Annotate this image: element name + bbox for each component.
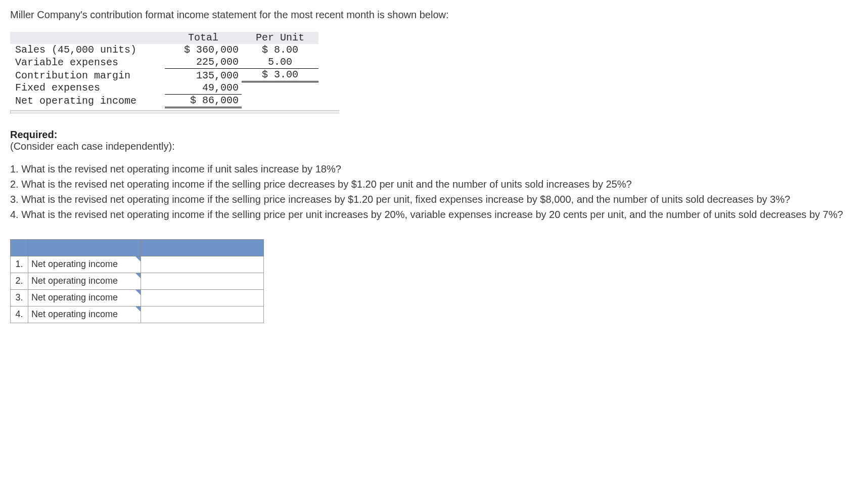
dropdown-corner-icon <box>135 307 141 312</box>
question-4: 4. What is the revised net operating inc… <box>10 207 858 222</box>
row-net-operating-income: Net operating income $ 86,000 <box>10 94 318 107</box>
answer-row-3: 3. Net operating income <box>11 289 264 306</box>
unit-fixed <box>242 82 318 95</box>
income-header-row: Total Per Unit <box>10 32 318 44</box>
answer-num-1: 1. <box>11 256 28 273</box>
required-subtitle: (Consider each case independently): <box>10 141 175 152</box>
answer-label-2: Net operating income <box>28 273 141 289</box>
answer-num-3: 3. <box>11 289 28 306</box>
row-fixed-expenses: Fixed expenses 49,000 <box>10 82 318 95</box>
answer-input-1[interactable] <box>141 256 264 273</box>
answer-row-1: 1. Net operating income <box>11 256 264 273</box>
total-sales: $ 360,000 <box>165 44 242 56</box>
question-1: 1. What is the revised net operating inc… <box>10 161 858 177</box>
answer-input-2[interactable] <box>141 273 264 289</box>
question-3: 3. What is the revised net operating inc… <box>10 192 858 207</box>
unit-cm: $ 3.00 <box>242 69 318 82</box>
unit-sales: $ 8.00 <box>242 44 318 56</box>
answer-label-4: Net operating income <box>28 306 141 323</box>
dropdown-corner-icon <box>135 256 141 261</box>
intro-text: Miller Company's contribution format inc… <box>10 9 858 21</box>
table-shadow-divider <box>10 110 339 114</box>
answer-table: 1. Net operating income 2. Net operating… <box>10 239 264 323</box>
row-sales: Sales (45,000 units) $ 360,000 $ 8.00 <box>10 44 318 56</box>
answer-label-1: Net operating income <box>28 256 141 273</box>
label-noi: Net operating income <box>10 94 165 107</box>
required-header: Required: (Consider each case independen… <box>10 129 858 152</box>
question-2: 2. What is the revised net operating inc… <box>10 177 858 192</box>
required-title: Required: <box>10 129 57 140</box>
total-cm: 135,000 <box>165 69 242 82</box>
answer-input-3[interactable] <box>141 289 264 306</box>
total-varexp: 225,000 <box>165 56 242 69</box>
dropdown-corner-icon <box>135 273 141 278</box>
answer-row-4: 4. Net operating income <box>11 306 264 323</box>
answer-header-blank-3 <box>141 239 264 256</box>
label-cm: Contribution margin <box>10 69 165 82</box>
questions-block: 1. What is the revised net operating inc… <box>10 161 858 222</box>
answer-num-4: 4. <box>11 306 28 323</box>
unit-noi <box>242 94 318 107</box>
total-fixed: 49,000 <box>165 82 242 95</box>
col-header-unit: Per Unit <box>242 32 318 44</box>
label-sales: Sales (45,000 units) <box>10 44 165 56</box>
answer-header-blank-2 <box>28 239 141 256</box>
answer-num-2: 2. <box>11 273 28 289</box>
answer-row-2: 2. Net operating income <box>11 273 264 289</box>
answer-header-blank-1 <box>11 239 28 256</box>
answer-input-4[interactable] <box>141 306 264 323</box>
income-statement-table: Total Per Unit Sales (45,000 units) $ 36… <box>10 32 318 108</box>
total-noi: $ 86,000 <box>165 94 242 107</box>
unit-varexp: 5.00 <box>242 56 318 69</box>
row-contribution-margin: Contribution margin 135,000 $ 3.00 <box>10 69 318 82</box>
row-variable-expenses: Variable expenses 225,000 5.00 <box>10 56 318 69</box>
label-fixed: Fixed expenses <box>10 82 165 95</box>
answer-label-3: Net operating income <box>28 289 141 306</box>
answreferred editable-header-row <box>11 239 264 256</box>
label-varexp: Variable expenses <box>10 56 165 69</box>
dropdown-corner-icon <box>135 290 141 295</box>
col-header-total: Total <box>165 32 242 44</box>
